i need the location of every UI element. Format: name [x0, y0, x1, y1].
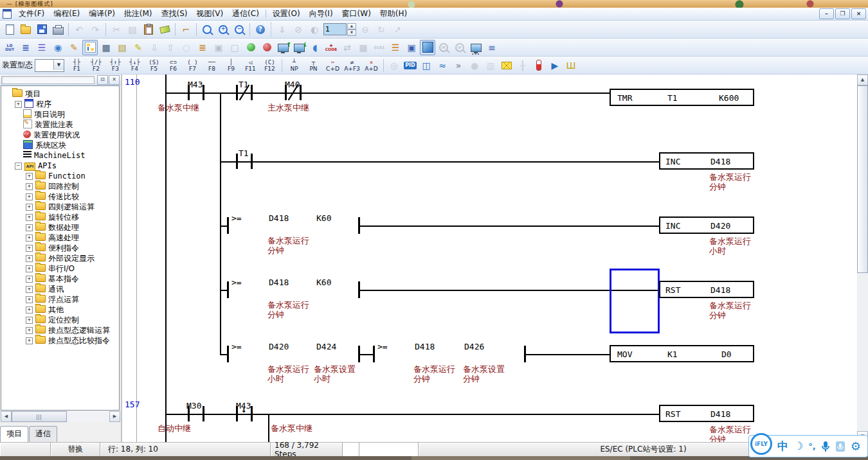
- tree-item-loop-control[interactable]: +回路控制: [1, 181, 119, 191]
- compare-contact-tick[interactable]: [227, 346, 229, 362]
- download-plc-icon[interactable]: [275, 40, 291, 55]
- tree-item-position-control[interactable]: +定位控制: [1, 315, 119, 325]
- pid-icon[interactable]: PID: [402, 58, 418, 73]
- panel-pin-button[interactable]: ⊡: [97, 75, 108, 85]
- chevron-down-icon[interactable]: ▼: [53, 60, 64, 70]
- selection-cursor[interactable]: [610, 269, 660, 333]
- tree-item-high-speed[interactable]: +高速处理: [1, 233, 119, 243]
- compare-contact-tick[interactable]: [373, 346, 375, 362]
- fkey-f5[interactable]: (S)F5: [145, 57, 163, 75]
- fkey-c-d[interactable]: ✂C+D: [323, 57, 342, 75]
- mic-icon[interactable]: [821, 441, 830, 452]
- ladder-view-icon[interactable]: [82, 40, 98, 55]
- tree-expander-collapsed[interactable]: +: [26, 245, 33, 252]
- chinese-mode-icon[interactable]: 中: [777, 441, 788, 452]
- contact-t1-leg[interactable]: [236, 154, 238, 169]
- tree-item-project-desc[interactable]: 项目说明: [1, 109, 119, 119]
- keyboard-mic-icon[interactable]: [835, 441, 845, 452]
- fkey-f2[interactable]: ┤/├F2: [87, 57, 105, 75]
- zoom-out-icon[interactable]: [231, 22, 247, 37]
- contact-t1-leg[interactable]: [251, 85, 253, 100]
- fkey-pn[interactable]: ┬PN: [304, 57, 323, 75]
- compare-contact-tick[interactable]: [227, 217, 229, 234]
- open-folder-icon[interactable]: [18, 22, 33, 37]
- new-file-icon[interactable]: [2, 22, 17, 37]
- fkey-a-f3[interactable]: ⇄A+F3: [343, 57, 361, 75]
- simulator-icon[interactable]: [420, 40, 435, 55]
- menu-compile[interactable]: 编译(P): [84, 7, 120, 21]
- zoom-in-icon[interactable]: [215, 22, 231, 37]
- menu-options[interactable]: 设置(O): [268, 7, 305, 21]
- tree-item-device-comment-table[interactable]: 装置批注表: [1, 119, 119, 130]
- fkey-f4[interactable]: ┤↓├F4: [125, 57, 144, 75]
- menu-program[interactable]: 编程(E): [49, 7, 84, 21]
- fkey-f6[interactable]: ⊂⊃F6: [164, 57, 183, 75]
- paste-icon[interactable]: [141, 22, 156, 37]
- tree-item-machinelist[interactable]: MachineList: [1, 150, 119, 161]
- coil-gate-icon[interactable]: Ш: [563, 58, 579, 73]
- tree-expander-collapsed[interactable]: +: [26, 286, 33, 293]
- tree-expander-collapsed[interactable]: +: [26, 255, 33, 262]
- menu-file[interactable]: 文件(F): [14, 7, 49, 21]
- ladder-editor[interactable]: 110 157 M43 备水泵中继 T1 M40 主水泵中继 TMR T1 K6…: [122, 75, 857, 442]
- fkey-f7[interactable]: ( )F7: [183, 57, 202, 75]
- tree-expander-collapsed[interactable]: +: [26, 276, 33, 283]
- instruction-box-inc[interactable]: INC D418: [659, 152, 754, 170]
- contact-t1-leg[interactable]: [236, 85, 238, 100]
- restore-button[interactable]: ❐: [835, 8, 850, 19]
- tab-comm[interactable]: 通信: [29, 426, 57, 442]
- tree-item-transfer-compare[interactable]: +传送比较: [1, 191, 119, 202]
- fkey-f12[interactable]: (C)F12: [260, 57, 279, 75]
- settings-gear-icon[interactable]: ⚙: [851, 441, 861, 452]
- contact-t1-leg[interactable]: [251, 154, 253, 169]
- tree-item-float-math[interactable]: +浮点运算: [1, 294, 119, 305]
- save-icon[interactable]: [34, 22, 50, 37]
- edit-comment-icon[interactable]: ✎: [66, 40, 82, 55]
- flow-jump-icon[interactable]: ▶: [547, 58, 563, 73]
- fkey-f9[interactable]: │F9: [222, 57, 240, 75]
- tree-expander-collapsed[interactable]: +: [26, 337, 33, 344]
- tree-expander-collapsed[interactable]: +: [26, 234, 33, 242]
- print-icon[interactable]: [50, 22, 66, 37]
- tree-item-external-display[interactable]: +外部设定显示: [1, 253, 119, 263]
- tree-expander-expanded[interactable]: −: [15, 163, 22, 170]
- tree-item-handy-instruction[interactable]: +便利指令: [1, 243, 119, 253]
- instruction-box-mov[interactable]: MOV K1 D0: [610, 345, 754, 362]
- compare-contact-tick[interactable]: [227, 281, 229, 298]
- punctuation-icon[interactable]: °,: [808, 442, 815, 450]
- scroll-right-button[interactable]: ▶: [109, 411, 120, 422]
- help-icon[interactable]: ?: [253, 22, 268, 37]
- tree-item-others[interactable]: +其他: [1, 305, 119, 315]
- scroll-up-button[interactable]: ▲: [857, 75, 868, 85]
- fkey-f3[interactable]: ┤↑├F3: [106, 57, 125, 75]
- panel-close-button[interactable]: ×: [109, 75, 120, 85]
- tree-item-system-block[interactable]: 系统区块: [1, 140, 119, 150]
- instruction-box-rst[interactable]: RST D418: [659, 405, 754, 422]
- ladder-diagram-icon[interactable]: ≣: [18, 40, 33, 55]
- ladder-monitor-icon[interactable]: ≣: [195, 40, 210, 55]
- ladder-vscrollbar[interactable]: ▲ ▼: [857, 75, 868, 442]
- tree-item-contact-logic[interactable]: +接点型态逻辑运算: [1, 325, 119, 335]
- tree-expander-collapsed[interactable]: +: [26, 327, 33, 334]
- tab-project[interactable]: 项目: [0, 426, 28, 442]
- hscroll-track[interactable]: [67, 411, 109, 422]
- tree-expander-collapsed[interactable]: +: [26, 224, 33, 231]
- comm-setting-icon[interactable]: ≡: [484, 40, 500, 55]
- fkey-f8[interactable]: ──F8: [203, 57, 221, 75]
- panel-hscrollbar[interactable]: ◀ ▶: [1, 411, 120, 422]
- night-mode-icon[interactable]: ☽: [793, 441, 803, 452]
- vscroll-thumb[interactable]: [857, 85, 868, 273]
- instruction-list-icon[interactable]: ☰: [34, 40, 50, 55]
- tree-item-device-usage[interactable]: 装置使用状况: [1, 130, 119, 140]
- tree-expander-collapsed[interactable]: +: [26, 183, 33, 190]
- trap-icon[interactable]: ◫: [419, 58, 434, 73]
- menu-view[interactable]: 视图(V): [192, 7, 228, 21]
- menu-help[interactable]: 帮助(H): [375, 7, 411, 21]
- ladder-arrange-icon[interactable]: »: [451, 58, 466, 73]
- highlight-pen-icon[interactable]: ✎: [131, 40, 146, 55]
- tree-item-project[interactable]: 项目: [1, 89, 119, 99]
- scroll-left-button[interactable]: ◀: [1, 411, 12, 422]
- close-button[interactable]: ×: [851, 8, 866, 19]
- tree-expander-collapsed[interactable]: +: [15, 101, 22, 108]
- thermometer-icon[interactable]: [531, 58, 547, 73]
